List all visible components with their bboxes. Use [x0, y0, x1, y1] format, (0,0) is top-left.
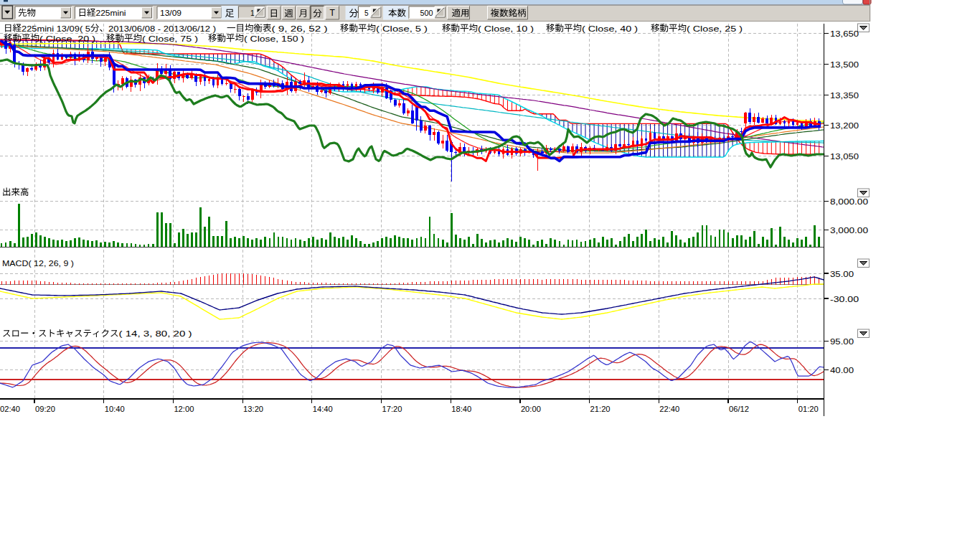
svg-text:( Close, 25 ): ( Close, 25 )	[687, 24, 743, 33]
svg-text:-30.00: -30.00	[830, 295, 859, 303]
svg-text:14:40: 14:40	[313, 405, 333, 413]
svg-text:95.00: 95.00	[830, 337, 854, 346]
svg-text:13,650: 13,650	[830, 29, 859, 38]
svg-text:MACD( 12, 26, 9 ): MACD( 12, 26, 9 )	[2, 259, 74, 268]
svg-text:13:20: 13:20	[243, 405, 263, 413]
svg-text:13/09: 13/09	[160, 9, 182, 17]
svg-text:06/12: 06/12	[729, 405, 749, 413]
svg-text:2013/06/08 - 2013/06/12 ): 2013/06/08 - 2013/06/12 )	[108, 24, 216, 33]
svg-text:T: T	[330, 8, 336, 18]
svg-text:13,200: 13,200	[830, 121, 859, 130]
svg-text:225mini 13/09( 5: 225mini 13/09( 5	[22, 24, 90, 33]
svg-text:13,050: 13,050	[830, 152, 859, 161]
svg-text:1: 1	[250, 9, 255, 17]
svg-text:10:40: 10:40	[105, 405, 125, 413]
svg-text:13,350: 13,350	[830, 91, 859, 100]
svg-text:35.00: 35.00	[830, 270, 854, 278]
svg-text:02:40: 02:40	[0, 405, 20, 413]
svg-text:( Close, 150 ): ( Close, 150 )	[244, 34, 304, 43]
svg-text:225mini: 225mini	[96, 9, 126, 17]
svg-text:09:20: 09:20	[35, 405, 55, 413]
svg-text:40.00: 40.00	[830, 366, 854, 375]
svg-text:( Close, 10 ): ( Close, 10 )	[478, 24, 534, 33]
svg-text:( 9, 26, 52 ): ( 9, 26, 52 )	[272, 24, 328, 33]
svg-text:01:20: 01:20	[798, 405, 819, 413]
svg-text:( Close, 5 ): ( Close, 5 )	[376, 24, 428, 33]
svg-text:( Close, 20 ): ( Close, 20 )	[39, 34, 95, 43]
svg-text:17:20: 17:20	[382, 405, 402, 413]
svg-text:21:20: 21:20	[590, 405, 611, 413]
svg-text:18:40: 18:40	[451, 405, 471, 413]
svg-text:( 14, 3, 80, 20 ): ( 14, 3, 80, 20 )	[119, 329, 192, 338]
svg-text:( Close, 40 ): ( Close, 40 )	[582, 24, 638, 33]
svg-text:500: 500	[420, 9, 433, 17]
svg-text:5: 5	[364, 9, 369, 17]
svg-text:20:00: 20:00	[521, 405, 541, 413]
svg-text:12:00: 12:00	[174, 405, 194, 413]
svg-text:( Close, 75 ): ( Close, 75 )	[142, 34, 198, 43]
svg-text:8,000.00: 8,000.00	[830, 197, 868, 206]
svg-text:22:40: 22:40	[659, 405, 679, 413]
svg-text:3,000.00: 3,000.00	[830, 226, 868, 235]
svg-text:13,500: 13,500	[830, 60, 859, 69]
